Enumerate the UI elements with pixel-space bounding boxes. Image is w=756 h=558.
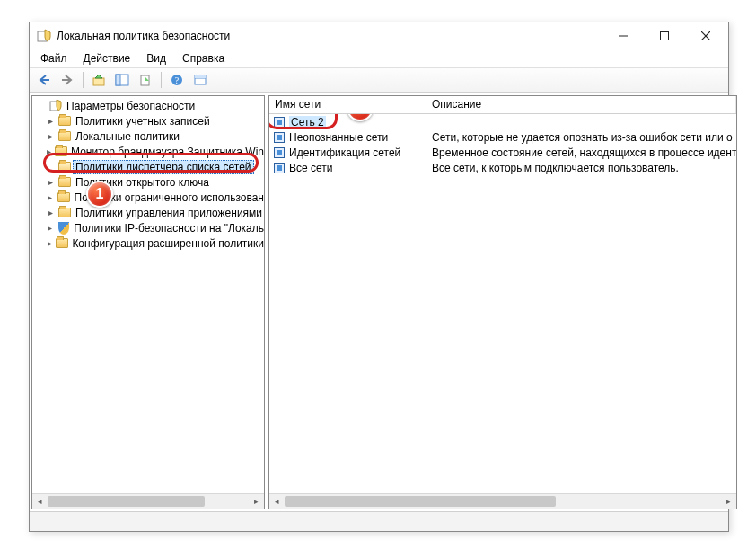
shield-icon bbox=[48, 100, 63, 112]
toolbar-separator bbox=[161, 72, 162, 88]
maximize-button[interactable] bbox=[644, 22, 685, 49]
tree-label: Политики IP-безопасности на "Локаль bbox=[74, 222, 264, 235]
svg-text:?: ? bbox=[175, 75, 180, 85]
tree-item[interactable]: ▸ Конфигурация расширенной политики bbox=[32, 235, 264, 251]
folder-icon bbox=[57, 207, 72, 219]
network-icon bbox=[273, 131, 286, 144]
tree-label: Политики открытого ключа bbox=[75, 176, 209, 189]
window-controls bbox=[602, 22, 726, 49]
expander-icon[interactable]: ▸ bbox=[45, 131, 56, 142]
network-icon bbox=[273, 162, 286, 174]
tree-horizontal-scrollbar[interactable]: ◂ ▸ bbox=[32, 493, 264, 509]
expander-icon[interactable]: ▸ bbox=[45, 177, 56, 188]
list-item-desc: Сети, которые не удается опознать из-за … bbox=[426, 131, 736, 144]
scroll-thumb[interactable] bbox=[285, 496, 556, 507]
expander-icon[interactable]: ▸ bbox=[45, 223, 55, 234]
column-header-name[interactable]: Имя сети bbox=[269, 96, 426, 113]
expander-icon[interactable] bbox=[45, 162, 56, 173]
svg-rect-15 bbox=[195, 75, 206, 78]
forward-button[interactable] bbox=[57, 70, 78, 90]
tree-root-node[interactable]: Параметры безопасности bbox=[32, 98, 264, 113]
list-item[interactable]: Идентификация сетей Временное состояние … bbox=[269, 145, 736, 160]
tree-item[interactable]: ▸ Политики управления приложениями bbox=[32, 205, 264, 220]
tree-label: Монитор брандмауэра Защитника Win bbox=[71, 146, 264, 158]
minimize-button[interactable] bbox=[602, 22, 644, 49]
properties-button[interactable] bbox=[189, 70, 211, 90]
menu-file[interactable]: Файл bbox=[33, 50, 75, 66]
list-body[interactable]: Сеть 2 Неопознанные сети Сети, которые н… bbox=[269, 114, 736, 493]
folder-icon bbox=[57, 115, 72, 128]
list-item-name: Неопознанные сети bbox=[289, 131, 388, 144]
list-pane: Имя сети Описание Сеть 2 Н bbox=[268, 95, 737, 509]
list-item-desc: Временное состояние сетей, находящихся в… bbox=[426, 146, 736, 159]
list-horizontal-scrollbar[interactable]: ◂ ▸ bbox=[269, 493, 736, 509]
menu-view[interactable]: Вид bbox=[139, 50, 173, 66]
show-hide-tree-button[interactable] bbox=[111, 70, 133, 90]
tree-item[interactable]: ▸ Политики учетных записей bbox=[32, 113, 264, 128]
export-button[interactable] bbox=[135, 70, 156, 90]
toolbar-separator bbox=[83, 72, 84, 88]
tree-label: Политики учетных записей bbox=[75, 115, 210, 128]
shield-icon bbox=[57, 222, 70, 235]
expander-icon[interactable] bbox=[36, 101, 47, 111]
tree-label: Политики диспетчера списка сетей bbox=[73, 160, 254, 174]
tree-label: Локальные политики bbox=[75, 130, 180, 143]
tree-body[interactable]: Параметры безопасности ▸ Политики учетны… bbox=[32, 96, 264, 493]
up-button[interactable] bbox=[88, 70, 110, 90]
scroll-track[interactable] bbox=[48, 494, 249, 509]
network-icon bbox=[273, 146, 286, 159]
tree-label: Политики управления приложениями bbox=[75, 207, 262, 219]
list-item-name: Идентификация сетей bbox=[289, 146, 400, 159]
svg-rect-9 bbox=[116, 75, 120, 85]
menu-help[interactable]: Справка bbox=[175, 50, 232, 66]
scroll-left-button[interactable]: ◂ bbox=[32, 494, 48, 509]
scroll-track[interactable] bbox=[285, 494, 721, 509]
expander-icon[interactable]: ▸ bbox=[45, 116, 56, 127]
tree-item[interactable]: ▸ Монитор брандмауэра Защитника Win bbox=[32, 144, 264, 159]
titlebar[interactable]: Локальная политика безопасности bbox=[30, 22, 728, 49]
svg-rect-7 bbox=[93, 78, 104, 85]
secpol-window: Локальная политика безопасности Файл Дей… bbox=[29, 22, 729, 532]
menubar: Файл Действие Вид Справка bbox=[30, 49, 728, 67]
tree-pane: Параметры безопасности ▸ Политики учетны… bbox=[31, 95, 265, 509]
expander-icon[interactable]: ▸ bbox=[45, 238, 54, 249]
tree-item-selected[interactable]: Политики диспетчера списка сетей bbox=[32, 159, 264, 174]
scroll-right-button[interactable]: ▸ bbox=[249, 494, 264, 509]
column-header-description[interactable]: Описание bbox=[426, 96, 736, 113]
help-button[interactable]: ? bbox=[166, 70, 188, 90]
folder-icon bbox=[56, 237, 68, 250]
statusbar bbox=[30, 511, 728, 531]
list-item[interactable]: Все сети Все сети, к которым подключаетс… bbox=[269, 160, 736, 175]
tree-item[interactable]: ▸ Политики открытого ключа bbox=[32, 174, 264, 190]
tree-item[interactable]: ▸ Политики ограниченного использован bbox=[32, 190, 264, 205]
toolbar: ? bbox=[30, 67, 728, 93]
tree-label: Параметры безопасности bbox=[66, 100, 195, 112]
expander-icon[interactable]: ▸ bbox=[45, 146, 53, 157]
tree-label: Политики ограниченного использован bbox=[75, 191, 264, 204]
scroll-right-button[interactable]: ▸ bbox=[721, 494, 736, 509]
menu-action[interactable]: Действие bbox=[76, 50, 138, 66]
window-title: Локальная политика безопасности bbox=[57, 30, 602, 42]
list-item-selected[interactable]: Сеть 2 bbox=[269, 114, 736, 129]
close-button[interactable] bbox=[685, 22, 726, 49]
tree-label: Конфигурация расширенной политики bbox=[72, 237, 264, 250]
folder-icon bbox=[55, 146, 67, 158]
tree-item[interactable]: ▸ Локальные политики bbox=[32, 128, 264, 144]
folder-open-icon bbox=[57, 161, 72, 173]
expander-icon[interactable]: ▸ bbox=[45, 192, 55, 203]
list-item-name: Все сети bbox=[289, 162, 333, 174]
network-icon bbox=[273, 116, 286, 128]
list-item-desc: Все сети, к которым подключается пользов… bbox=[426, 162, 736, 174]
list-header: Имя сети Описание bbox=[269, 96, 736, 114]
folder-icon bbox=[57, 176, 72, 189]
folder-icon bbox=[57, 130, 72, 143]
expander-icon[interactable]: ▸ bbox=[45, 208, 56, 218]
folder-icon bbox=[57, 191, 70, 204]
scroll-left-button[interactable]: ◂ bbox=[269, 494, 285, 509]
scroll-thumb[interactable] bbox=[48, 496, 205, 507]
back-button[interactable] bbox=[33, 70, 55, 90]
app-icon bbox=[37, 29, 51, 43]
tree-item[interactable]: ▸ Политики IP-безопасности на "Локаль bbox=[32, 220, 264, 235]
list-item[interactable]: Неопознанные сети Сети, которые не удает… bbox=[269, 129, 736, 145]
content-area: Параметры безопасности ▸ Политики учетны… bbox=[30, 93, 728, 511]
